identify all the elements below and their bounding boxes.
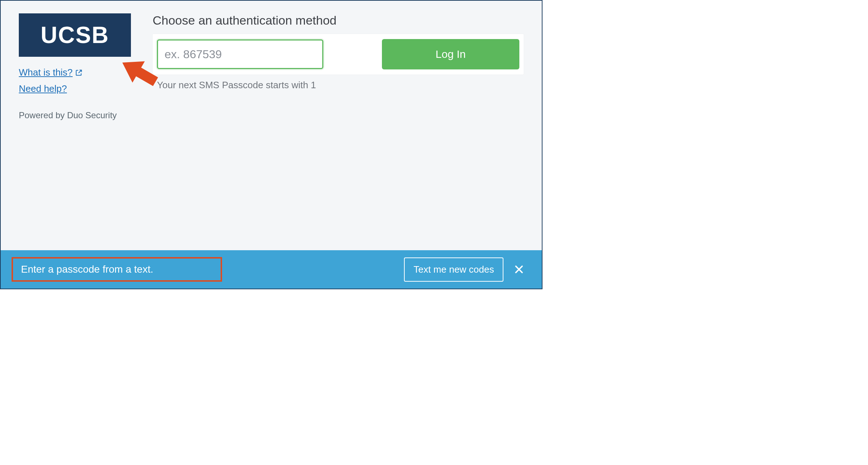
- content-area: UCSB What is this? Need help? Powered by…: [1, 1, 542, 250]
- footer-message-text: Enter a passcode from a text.: [21, 264, 153, 275]
- footer-bar: Enter a passcode from a text. Text me ne…: [1, 250, 542, 289]
- passcode-input[interactable]: [157, 39, 323, 69]
- external-link-icon: [75, 69, 83, 77]
- main-panel: Choose an authentication method Log In Y…: [153, 13, 524, 250]
- dismiss-button[interactable]: [511, 261, 527, 278]
- close-icon: [514, 264, 524, 275]
- log-in-button[interactable]: Log In: [382, 39, 519, 69]
- passcode-hint: Your next SMS Passcode starts with 1: [153, 80, 524, 91]
- ucsb-logo: UCSB: [19, 13, 131, 57]
- duo-auth-frame: UCSB What is this? Need help? Powered by…: [0, 0, 542, 289]
- what-is-this-label: What is this?: [19, 67, 73, 78]
- auth-row: Log In: [153, 34, 524, 74]
- need-help-label: Need help?: [19, 83, 67, 94]
- footer-message-highlight: Enter a passcode from a text.: [12, 257, 222, 282]
- powered-by-text: Powered by Duo Security: [19, 110, 131, 120]
- text-me-new-codes-button[interactable]: Text me new codes: [404, 257, 503, 282]
- need-help-link[interactable]: Need help?: [19, 83, 131, 94]
- sidebar: UCSB What is this? Need help? Powered by…: [19, 13, 131, 250]
- what-is-this-link[interactable]: What is this?: [19, 67, 131, 78]
- auth-heading: Choose an authentication method: [153, 13, 524, 27]
